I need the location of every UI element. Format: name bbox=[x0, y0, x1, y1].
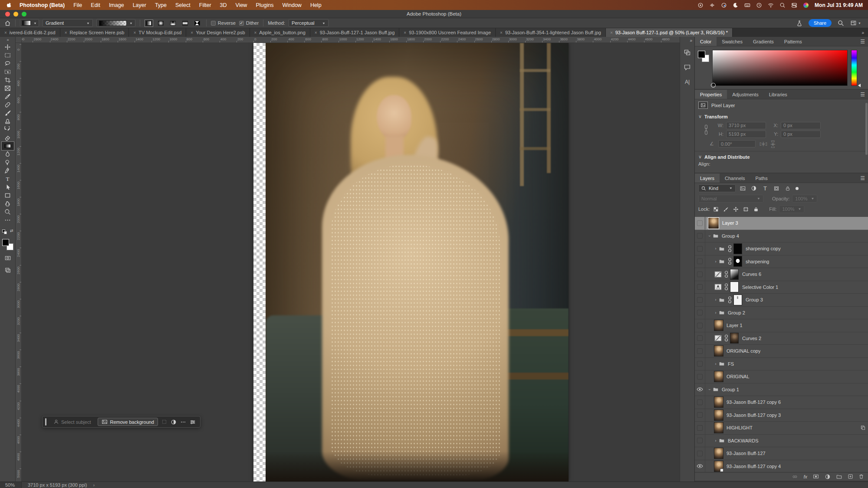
menu-bar-clock[interactable]: Mon Jul 31 9:49 AM bbox=[815, 2, 863, 8]
properties-tab-adjustments[interactable]: Adjustments bbox=[727, 90, 764, 99]
angle-field[interactable]: 0.00° bbox=[718, 140, 756, 147]
link-dimensions-icon[interactable] bbox=[703, 124, 710, 135]
layer-row-layer-3[interactable]: Layer 3 bbox=[695, 217, 868, 230]
beta-features-icon[interactable] bbox=[796, 20, 802, 26]
layer-thumbnail[interactable] bbox=[714, 345, 723, 357]
moon-icon[interactable] bbox=[733, 2, 739, 8]
app-circle-icon[interactable] bbox=[721, 2, 727, 8]
wifi-icon[interactable] bbox=[768, 2, 774, 8]
quick-mask-button[interactable] bbox=[2, 254, 14, 262]
visibility-toggle[interactable] bbox=[695, 332, 705, 345]
tab-overflow-icon[interactable]: » bbox=[857, 28, 868, 37]
layer-row-original-copy[interactable]: ORIGINAL copy bbox=[695, 345, 868, 358]
add-layer-mask-icon[interactable] bbox=[812, 474, 819, 479]
panel-menu-icon[interactable]: ☰ bbox=[857, 37, 868, 46]
hue-strip[interactable] bbox=[851, 50, 857, 86]
layer-row-curves-2[interactable]: Curves 2 bbox=[695, 332, 868, 345]
hue-slider-icon[interactable] bbox=[858, 84, 861, 87]
character-panel-icon[interactable]: A| bbox=[682, 77, 693, 87]
layer-mask-thumbnail[interactable] bbox=[733, 256, 742, 267]
document-tab-ivered-edit-edit-2-psd[interactable]: ×ivered-Edit-Edit-2.psd bbox=[0, 28, 60, 37]
chevron-right-icon[interactable]: › bbox=[713, 311, 718, 315]
foreground-color-swatch[interactable] bbox=[2, 239, 9, 246]
visibility-toggle[interactable] bbox=[695, 435, 705, 447]
crop-action-icon[interactable] bbox=[161, 419, 167, 425]
reflected-gradient-button[interactable] bbox=[181, 20, 190, 27]
layer-row-group-2[interactable]: ›Group 2 bbox=[695, 307, 868, 320]
layer-styles-icon[interactable]: fx bbox=[803, 474, 807, 479]
new-layer-icon[interactable] bbox=[848, 474, 853, 479]
filter-shape-layers-icon[interactable] bbox=[772, 184, 781, 192]
close-tab-icon[interactable]: × bbox=[254, 30, 257, 35]
transform-section-header[interactable]: ∨ Transform bbox=[695, 111, 868, 120]
menu-plugins[interactable]: Plugins bbox=[251, 2, 278, 8]
menu-select[interactable]: Select bbox=[171, 2, 195, 8]
more-tools-tool[interactable] bbox=[2, 216, 14, 224]
blur-tool[interactable] bbox=[2, 150, 14, 158]
chevron-down-icon[interactable]: › bbox=[707, 233, 712, 239]
path-selection-tool[interactable] bbox=[2, 183, 14, 191]
visibility-toggle[interactable] bbox=[695, 447, 705, 460]
select-subject-button[interactable]: Select subject bbox=[50, 418, 94, 426]
search-icon[interactable] bbox=[838, 20, 844, 26]
visibility-toggle[interactable] bbox=[695, 281, 705, 294]
home-icon[interactable] bbox=[4, 20, 11, 26]
ruler-origin-corner[interactable] bbox=[16, 37, 22, 43]
vertical-ruler[interactable]: 0200400600800100012001400160018002000220… bbox=[16, 43, 22, 481]
color-tab-patterns[interactable]: Patterns bbox=[779, 37, 807, 46]
zoom-level-field[interactable]: 50% bbox=[0, 482, 22, 488]
properties-scrollbar[interactable] bbox=[865, 103, 868, 155]
document-tab-93-jason-buff-354-1-lightened-jason-buff[interactable]: ×93-Jason-Buff-354-1-lightened Jason Buf… bbox=[496, 28, 606, 37]
properties-tab-properties[interactable]: Properties bbox=[695, 90, 727, 99]
color-picker-ring[interactable] bbox=[711, 83, 716, 88]
foreground-background-colors[interactable] bbox=[2, 239, 13, 250]
layers-tab-paths[interactable]: Paths bbox=[750, 174, 773, 183]
chevron-down-icon[interactable]: › bbox=[707, 387, 712, 392]
height-field[interactable]: 5193 px bbox=[726, 131, 766, 138]
flip-vertical-icon[interactable]: ▷|◁ bbox=[770, 141, 776, 147]
layer-mask-thumbnail[interactable] bbox=[733, 295, 742, 305]
screen-mode-button[interactable] bbox=[2, 266, 14, 275]
filter-adjustment-layers-icon[interactable] bbox=[750, 184, 758, 192]
visibility-toggle[interactable] bbox=[695, 242, 705, 255]
layer-row-highlight[interactable]: HIGHLIGHT bbox=[695, 422, 868, 435]
record-icon[interactable] bbox=[697, 2, 704, 8]
linear-gradient-button[interactable] bbox=[145, 20, 153, 27]
foreground-color-swatch[interactable] bbox=[698, 51, 705, 58]
filter-pixel-layers-icon[interactable] bbox=[738, 184, 747, 192]
document-tab-tv-mockup-edit-psd[interactable]: ×TV Mockup-Edit.psd bbox=[129, 28, 186, 37]
color-tab-swatches[interactable]: Swatches bbox=[717, 37, 748, 46]
gradient-tool[interactable] bbox=[2, 142, 14, 150]
layer-thumbnail[interactable] bbox=[714, 448, 723, 459]
layers-tab-layers[interactable]: Layers bbox=[695, 174, 720, 183]
close-tab-icon[interactable]: × bbox=[133, 30, 136, 35]
properties-tab-libraries[interactable]: Libraries bbox=[764, 90, 792, 99]
filter-type-layers-icon[interactable]: T bbox=[761, 184, 769, 192]
layer-thumbnail[interactable] bbox=[714, 396, 723, 408]
spotlight-icon[interactable] bbox=[779, 2, 786, 8]
radial-gradient-button[interactable] bbox=[157, 20, 165, 27]
visibility-toggle[interactable] bbox=[695, 319, 705, 332]
adjustments-icon[interactable] bbox=[171, 419, 177, 425]
close-tab-icon[interactable]: × bbox=[65, 30, 67, 35]
eraser-tool[interactable] bbox=[2, 134, 14, 142]
close-tab-icon[interactable]: × bbox=[191, 30, 193, 35]
layers-tab-channels[interactable]: Channels bbox=[720, 174, 750, 183]
close-tab-icon[interactable]: × bbox=[4, 30, 7, 35]
diamond-gradient-button[interactable] bbox=[193, 20, 202, 27]
lock-artboard-icon[interactable] bbox=[742, 206, 750, 213]
visibility-toggle[interactable] bbox=[695, 409, 705, 422]
document-tab-apple-ios-button-png[interactable]: ×Apple_ios_button.png bbox=[250, 28, 310, 37]
lock-transparency-icon[interactable] bbox=[712, 206, 720, 213]
layer-row-fs[interactable]: ›FS bbox=[695, 358, 868, 371]
layer-row-93-jason-buff-127-copy-6[interactable]: 93-Jason Buff-127 copy 6 bbox=[695, 396, 868, 409]
lock-pixels-icon[interactable] bbox=[722, 206, 730, 213]
lock-all-icon[interactable] bbox=[752, 206, 760, 213]
visibility-toggle[interactable] bbox=[695, 383, 705, 396]
close-tab-icon[interactable]: × bbox=[500, 30, 503, 35]
color-tab-color[interactable]: Color bbox=[695, 37, 717, 46]
taskbar-drag-handle[interactable] bbox=[45, 418, 46, 426]
visibility-toggle[interactable] bbox=[695, 255, 705, 268]
menu-help[interactable]: Help bbox=[306, 2, 326, 8]
zoom-tool[interactable] bbox=[2, 208, 14, 216]
